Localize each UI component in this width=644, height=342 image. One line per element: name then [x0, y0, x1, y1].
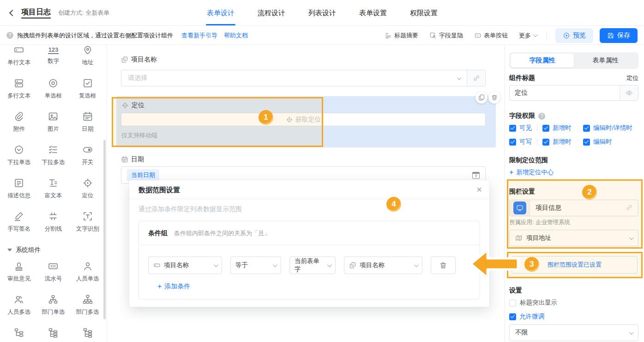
help-doc-link[interactable]: 帮助文档: [224, 31, 248, 40]
toolbar-right: 标题摘要 字段显隐 表单按钮 更多 预览 保存: [373, 28, 638, 43]
guide-link[interactable]: 查看新手引导: [181, 31, 217, 40]
fence-form-input[interactable]: 项目信息: [509, 200, 638, 216]
tab-form-settings[interactable]: 表单设置: [359, 0, 387, 26]
preview-button[interactable]: 预览: [555, 28, 593, 43]
component-title-value: 定位: [515, 89, 528, 97]
palette-item-serial[interactable]: 流水号: [36, 255, 70, 288]
condition-value-type-select[interactable]: 当前表单字: [289, 256, 336, 274]
palette-item-dept2[interactable]: 部门多选: [71, 288, 105, 322]
location-label-text: 定位: [132, 101, 144, 110]
palette-item-user[interactable]: 人员单选: [71, 255, 105, 288]
palette-item-dd[interactable]: 下拉单选: [2, 139, 36, 172]
condition-operator-select[interactable]: 等于: [230, 256, 281, 274]
loc-icon: [82, 177, 93, 189]
radio-icon: [48, 78, 59, 89]
palette-item-cal[interactable]: 日期: [71, 105, 105, 139]
delete-field-button[interactable]: [488, 92, 500, 104]
fence-address-select[interactable]: 项目地址: [509, 230, 638, 246]
location-input[interactable]: 获取定位: [121, 113, 486, 126]
system-components-group-header[interactable]: 系统组件: [0, 238, 107, 255]
palette-item-multi[interactable]: 多行文本: [2, 72, 36, 105]
delete-condition-button[interactable]: [431, 256, 456, 274]
form-screen-badge: [513, 202, 526, 214]
palette-item-num[interactable]: 123数字: [36, 45, 70, 72]
condition-field-select[interactable]: 项目名称: [148, 256, 222, 274]
tab-field-properties[interactable]: 字段属性: [511, 54, 574, 67]
checkbox-visible[interactable]: [509, 125, 516, 132]
current-date-tag[interactable]: 当前日期: [127, 169, 159, 181]
copy-field-button[interactable]: [475, 92, 488, 104]
perm-writable-new-label: 新增时: [553, 138, 572, 146]
condition-value-select[interactable]: 项目名称: [344, 256, 422, 274]
palette-item-ddm[interactable]: 下拉多选: [36, 139, 70, 172]
permission-help-icon[interactable]: ?: [538, 113, 545, 120]
sidebar-scrollbar[interactable]: [103, 140, 106, 319]
visibility-suffix-button[interactable]: [620, 86, 638, 100]
tab-form-properties[interactable]: 表单属性: [574, 54, 637, 67]
data-range-dialog: 数据范围设置 × 通过添加条件限定列表数据显示范围 条件组 条件组内部条件之间的…: [129, 180, 489, 307]
palette-item-img[interactable]: 图片: [36, 105, 70, 139]
component-title-heading: 组件标题: [509, 74, 535, 82]
tab-form-design[interactable]: 表单设计: [207, 0, 235, 26]
checkbox-writable[interactable]: [509, 139, 516, 146]
palette-item-dept1[interactable]: 部门单选: [36, 288, 70, 322]
palette-item-check[interactable]: 复选框: [71, 72, 105, 105]
save-button[interactable]: 保存: [600, 28, 638, 43]
palette-item-stamp[interactable]: 审批意见: [2, 255, 36, 288]
perm-visible-new: 新增时: [542, 124, 583, 132]
palette-item-radio[interactable]: 单选框: [36, 72, 70, 105]
dept2-icon: [82, 294, 93, 305]
palette-item-label: 开关: [82, 159, 93, 166]
field-visibility-button[interactable]: 字段显隐: [429, 31, 463, 40]
back-icon[interactable]: [9, 9, 16, 16]
perm-writable: 可写: [509, 138, 532, 146]
project-name-select[interactable]: 请选择: [121, 70, 486, 86]
palette-item-ocr[interactable]: 文字识别: [71, 205, 105, 238]
palette-item-line[interactable]: 单行文本: [2, 45, 36, 72]
form-buttons-button[interactable]: 表单按钮: [474, 31, 508, 40]
palette-item-rich[interactable]: 富文本: [36, 172, 70, 205]
link-suffix-button[interactable]: [467, 70, 485, 86]
checkbox-visible-edit-detail[interactable]: [583, 125, 590, 132]
palette-item-label: 审批意见: [7, 275, 30, 283]
palette-item-users[interactable]: 人员多选: [2, 288, 36, 322]
more-label: 更多: [519, 31, 531, 40]
fence-address-value: 项目地址: [526, 234, 551, 242]
caret-down-icon: [7, 249, 12, 251]
palette-item-label: 部门单选: [42, 308, 65, 316]
palette-item-clip[interactable]: 附件: [2, 105, 36, 139]
limit-location-heading: 限制定位范围: [509, 156, 548, 165]
add-condition-link[interactable]: + 添加条件: [157, 282, 190, 291]
title-summary-button[interactable]: 标题摘要: [385, 31, 418, 40]
tab-permission-settings[interactable]: 权限设置: [410, 0, 438, 26]
form-title[interactable]: 项目日志: [21, 7, 51, 18]
fine-tune-range-select[interactable]: 不限: [509, 324, 638, 341]
palette-item-desc[interactable]: 描述信息: [2, 172, 36, 205]
location-field-selected[interactable]: 定位 获取定位 仅支持移动端: [116, 96, 496, 147]
close-icon[interactable]: ×: [476, 184, 482, 195]
tab-list-design[interactable]: 列表设计: [308, 0, 336, 26]
palette-item-org1[interactable]: 机构单选: [2, 322, 36, 342]
more-menu-button[interactable]: 更多: [519, 31, 536, 40]
checkbox-writable-edit[interactable]: [583, 139, 590, 146]
palette-item-divider[interactable]: 分割线: [36, 205, 70, 238]
chain-link-icon[interactable]: [626, 204, 633, 213]
palette-item-org3[interactable]: 上下游企业: [71, 322, 105, 342]
toolbar-divider: [547, 31, 547, 40]
trash-icon: [439, 261, 447, 269]
palette-item-pin[interactable]: 地址: [71, 45, 105, 72]
checkbox-fine-tune[interactable]: [509, 313, 516, 320]
palette-item-switch[interactable]: 开关: [71, 139, 105, 172]
tab-flow-design[interactable]: 流程设计: [258, 0, 285, 26]
checkbox-visible-new[interactable]: [542, 125, 549, 132]
palette-item-org2[interactable]: 机构多选: [36, 322, 70, 342]
palette-item-sign[interactable]: 手写签名: [2, 205, 36, 238]
save-label: 保存: [617, 31, 630, 40]
add-location-center-link[interactable]: + 新增定位中心: [509, 168, 638, 177]
checkbox-title-highlight[interactable]: [509, 299, 516, 306]
component-title-input[interactable]: 定位: [509, 85, 638, 101]
palette-item-loc[interactable]: 定位: [71, 172, 105, 205]
palette-item-label: 下拉单选: [7, 159, 30, 166]
chain-link-icon: [626, 204, 633, 211]
checkbox-writable-new[interactable]: [542, 139, 549, 146]
